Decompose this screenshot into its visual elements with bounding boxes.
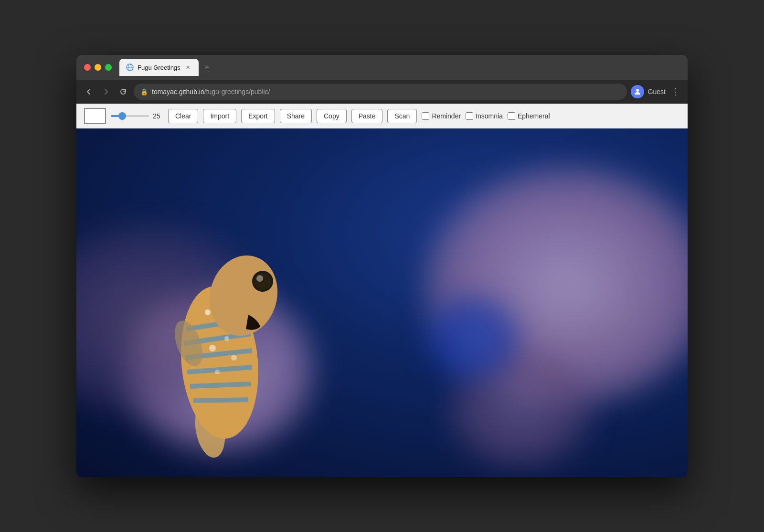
reminder-checkbox[interactable]: [422, 112, 429, 120]
paste-button[interactable]: Paste: [351, 109, 383, 123]
svg-point-15: [205, 309, 211, 315]
reload-button[interactable]: [117, 85, 130, 98]
minimize-button[interactable]: [95, 64, 101, 71]
share-button[interactable]: Share: [280, 109, 312, 123]
ephemeral-label: Ephemeral: [518, 112, 550, 120]
ephemeral-checkbox[interactable]: [508, 112, 515, 120]
close-button[interactable]: [84, 64, 91, 71]
svg-point-20: [256, 275, 263, 282]
browser-window: Fugu Greetings ✕ + 🔒 tomayac.github.i: [76, 55, 688, 477]
svg-point-22: [209, 345, 216, 351]
profile-area: Guest: [631, 85, 666, 98]
reload-icon: [119, 87, 127, 96]
ephemeral-checkbox-label[interactable]: Ephemeral: [508, 112, 550, 120]
svg-point-23: [224, 336, 229, 341]
browser-menu-button[interactable]: ⋮: [669, 85, 682, 99]
fish-svg: [134, 191, 315, 458]
traffic-lights: [84, 64, 112, 71]
url-bar[interactable]: 🔒 tomayac.github.io/fugu-greetings/publi…: [134, 84, 627, 100]
brush-size-slider[interactable]: [111, 115, 149, 117]
reminder-checkbox-label[interactable]: Reminder: [422, 112, 461, 120]
deep-water-bg: [425, 296, 520, 382]
main-content: [76, 128, 688, 477]
back-button[interactable]: [82, 85, 96, 98]
maximize-button[interactable]: [105, 64, 112, 71]
svg-point-24: [231, 355, 237, 361]
copy-button[interactable]: Copy: [317, 109, 347, 123]
tab-title: Fugu Greetings: [138, 64, 180, 71]
toolbar: 25 Clear Import Export Share Copy Paste …: [76, 104, 688, 128]
tab-close-button[interactable]: ✕: [184, 64, 192, 71]
insomnia-checkbox[interactable]: [466, 112, 473, 120]
import-button[interactable]: Import: [203, 109, 236, 123]
url-path: /fugu-greetings/public/: [204, 88, 270, 96]
svg-line-10: [190, 384, 251, 386]
insomnia-label: Insomnia: [476, 112, 503, 120]
export-button[interactable]: Export: [241, 109, 275, 123]
scan-button[interactable]: Scan: [387, 109, 417, 123]
forward-button[interactable]: [99, 85, 113, 98]
address-bar: 🔒 tomayac.github.io/fugu-greetings/publi…: [76, 80, 688, 104]
title-bar: Fugu Greetings ✕ +: [76, 55, 688, 80]
tab-bar: Fugu Greetings ✕ +: [119, 59, 680, 76]
url-text: tomayac.github.io/fugu-greetings/public/: [152, 88, 270, 96]
back-icon: [85, 87, 93, 96]
profile-icon[interactable]: [631, 85, 644, 98]
svg-point-3: [636, 89, 639, 92]
clear-button[interactable]: Clear: [168, 109, 198, 123]
fish: [134, 191, 315, 458]
svg-point-19: [254, 273, 271, 290]
svg-point-25: [215, 370, 220, 374]
person-icon: [633, 87, 642, 96]
tab-favicon: [126, 64, 134, 71]
svg-line-11: [193, 400, 248, 401]
active-tab[interactable]: Fugu Greetings ✕: [119, 59, 199, 76]
reminder-label: Reminder: [432, 112, 461, 120]
canvas-preview: [84, 108, 106, 124]
forward-icon: [102, 87, 110, 96]
new-tab-button[interactable]: +: [201, 61, 214, 74]
url-base: tomayac.github.io: [152, 88, 204, 96]
lock-icon: 🔒: [140, 88, 148, 96]
profile-label: Guest: [648, 88, 666, 96]
fish-scene[interactable]: [76, 128, 688, 477]
brush-size-value: 25: [153, 112, 163, 120]
insomnia-checkbox-label[interactable]: Insomnia: [466, 112, 503, 120]
slider-container: 25: [111, 112, 163, 120]
